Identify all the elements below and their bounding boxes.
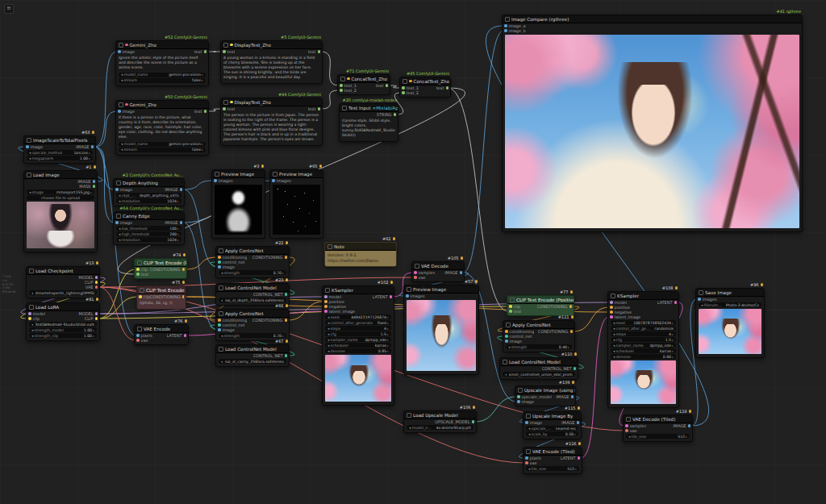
node-collapse-icon[interactable]	[407, 413, 411, 418]
input-slot-image[interactable]: image	[115, 187, 132, 192]
output-slot-IMAGE[interactable]: IMAGE	[165, 220, 182, 225]
widget-model_name[interactable]: ◂ model_name4x-AnimeSharp.pth▸	[407, 425, 473, 430]
output-slot-IMAGE[interactable]: IMAGE	[444, 270, 462, 275]
node-header[interactable]: KSampler	[608, 292, 678, 300]
node-header[interactable]: Preview Image	[270, 170, 323, 178]
node-header[interactable]: Load Image	[24, 171, 97, 179]
node-header[interactable]: VAE Encode (Tiled)	[524, 448, 582, 456]
node-collapse-icon[interactable]	[219, 285, 223, 290]
node-collapse-icon[interactable]	[506, 323, 511, 327]
widget-seed[interactable]: ◂ seed448422197126874▸	[325, 314, 391, 319]
node-header[interactable]: Load Upscale Model	[404, 411, 476, 419]
node-header[interactable]: Save Image	[696, 289, 764, 297]
node-collapse-icon[interactable]	[137, 260, 142, 265]
widget-value[interactable]: ◂sai_xl_depth_256lora.safetensors▸	[219, 298, 286, 302]
node-header[interactable]: Preview Image	[212, 170, 265, 178]
node-concat-text-45[interactable]: #45 ComfyUI-GeminiConcatText_Zhotext_1te…	[399, 77, 451, 98]
output-slot-CLIP[interactable]: CLIP	[85, 316, 98, 321]
widget-model_name[interactable]: ◂ model_namegemini-pro-vision▸	[119, 142, 206, 147]
node-header[interactable]: VAE Encode	[135, 325, 188, 333]
node-collapse-icon[interactable]	[137, 327, 142, 331]
node-ksampler-108[interactable]: #108KSamplermodelLATENTpositivenegativel…	[607, 291, 679, 408]
node-load-controlnet-67[interactable]: #67Load ControlNet ModelCONTROL_NET◂sai_…	[215, 344, 290, 367]
node-header[interactable]: Note	[325, 243, 396, 251]
input-slot-image[interactable]: image	[525, 420, 542, 425]
widget-button[interactable]: choose file to upload	[27, 195, 94, 200]
widget-cfg[interactable]: ◂ cfg1.5▸	[611, 337, 676, 342]
node-collapse-icon[interactable]	[219, 347, 223, 352]
output-slot-CONDITIONING[interactable]: CONDITIONING	[252, 318, 287, 323]
widget-steps[interactable]: ◂ steps4▸	[325, 326, 391, 331]
output-slot-text[interactable]: text	[308, 106, 320, 111]
node-header[interactable]: CLIP Text Encode (Prompt)	[137, 286, 186, 294]
node-header[interactable]: Load ControlNet Model	[216, 284, 289, 292]
node-collapse-icon[interactable]	[116, 181, 121, 185]
node-header[interactable]: Load Checkpoint	[27, 267, 99, 275]
node-clip-text-positive-74[interactable]: #74CLIP Text Encode (Prompt)clipCONDITIO…	[134, 258, 187, 279]
node-canny-edge-64[interactable]: #64 ComfyUI's ControlNet Au...Canny Edge…	[113, 211, 185, 245]
node-gemini-50[interactable]: #50 ComfyUI-GeminiGemini_ZhoimagetextIf …	[115, 100, 209, 156]
node-collapse-icon[interactable]	[407, 287, 411, 292]
output-slot-STRING[interactable]: STRING	[377, 112, 396, 117]
node-clip-text-positive-77[interactable]: #77CLIP Text Encode (Positive Prompt)cli…	[507, 295, 574, 316]
node-header[interactable]: VAE Decode	[412, 262, 464, 270]
node-display-text-44[interactable]: #44 ComfyUI-GeminiDisplayText_Zhotexttex…	[220, 98, 323, 146]
node-depth-anything-2[interactable]: #2 ComfyUI's ControlNet Au...Depth Anyth…	[113, 178, 185, 206]
widget-control_after_generate[interactable]: ◂ control_after_generaterandomize▸	[611, 326, 676, 331]
input-slot-image[interactable]: image	[115, 220, 132, 225]
widget-high_threshold[interactable]: ◂ high_threshold200▸	[116, 231, 181, 236]
widget-strength_clip[interactable]: ◂ strength_clip1.00▸	[29, 333, 97, 338]
node-ksampler-102[interactable]: #102KSamplermodelLATENTpositivenegativel…	[322, 285, 394, 406]
node-collapse-icon[interactable]	[518, 388, 523, 393]
node-header[interactable]: CLIP Text Encode (Prompt)	[135, 259, 186, 267]
input-slot-clip[interactable]: clip	[139, 294, 150, 299]
node-load-upscale-model-106[interactable]: #106Load Upscale ModelUPSCALE_MODEL◂ mod…	[403, 410, 477, 433]
node-header[interactable]: ImageScaleToTotalPixels	[24, 136, 95, 144]
node-text-input-20[interactable]: #20 comfyui-mixlab-nodesText Input∞Mixla…	[339, 103, 398, 142]
node-load-lora-81[interactable]: #81Load LoRAmodelMODELclipCLIP◂StdGBRedm…	[26, 302, 100, 341]
node-preview-image-57[interactable]: #57Preview Imageimages	[403, 285, 479, 375]
node-header[interactable]: Load ControlNet Model	[216, 345, 289, 353]
input-slot-latent_image[interactable]: latent_image	[324, 309, 355, 314]
node-preview-image-3[interactable]: #3Preview Imageimages	[211, 169, 265, 239]
input-slot-images[interactable]: images	[214, 178, 233, 183]
output-slot-text[interactable]: text	[376, 83, 388, 88]
node-header[interactable]: Apply ControlNet	[216, 247, 289, 255]
node-vae-decode-tiled-119[interactable]: #119VAE Decode (Tiled)samplesIMAGEvae◂ t…	[623, 414, 693, 442]
node-header[interactable]: Load LoRA	[27, 303, 99, 311]
app-menu-icon[interactable]: ≡	[4, 4, 14, 14]
widget-value[interactable]: ◂xinsir_controlnet_union_sdxl_promax.saf…	[503, 372, 575, 377]
node-header[interactable]: Canny Edge	[114, 212, 184, 220]
node-upscale-image-by-115[interactable]: #115Upscale Image ByimageIMAGE◂ upscale_…	[523, 411, 582, 439]
node-note-62[interactable]: #62Notedenoise: 0.9-1https://twitter.com…	[324, 242, 397, 267]
output-slot-LATENT[interactable]: LATENT	[657, 300, 677, 305]
node-collapse-icon[interactable]	[526, 449, 531, 454]
node-apply-controlnet-66[interactable]: #66Apply ControlNetconditioningCONDITION…	[215, 309, 290, 341]
input-slot-vae[interactable]: vae	[625, 428, 637, 433]
node-collapse-icon[interactable]	[273, 172, 277, 177]
input-slot-image[interactable]: image	[517, 399, 534, 404]
output-slot-CONDITIONING[interactable]: CONDITIONING	[538, 329, 573, 334]
node-load-controlnet-23[interactable]: #23Load ControlNet ModelCONTROL_NET◂sai_…	[215, 283, 290, 306]
output-slot-CONDITIONING[interactable]: CONDITIONING	[150, 294, 184, 299]
widget-strength[interactable]: ◂ strength0.40▸	[506, 344, 572, 349]
node-collapse-icon[interactable]	[219, 311, 223, 316]
widget-sampler_name[interactable]: ◂ sampler_namedpmpp_sde▸	[611, 343, 676, 348]
widget-megapixels[interactable]: ◂ megapixels1.00▸	[27, 156, 93, 160]
widget-strength[interactable]: ◂ strength0.70▸	[219, 333, 286, 338]
node-header[interactable]: Preview Image	[404, 285, 478, 294]
output-slot-text[interactable]: text	[308, 49, 320, 54]
widget-resolution[interactable]: ◂ resolution1024▸	[116, 198, 181, 203]
node-collapse-icon[interactable]	[403, 79, 407, 84]
node-collapse-icon[interactable]	[27, 173, 31, 177]
input-slot-text[interactable]: text	[223, 49, 235, 54]
node-image-compare-41[interactable]: #41 rgthreeImage Compare (rgthree)image_…	[502, 15, 803, 232]
node-header[interactable]: DisplayText_Zho	[221, 41, 322, 49]
node-collapse-icon[interactable]	[29, 269, 34, 273]
node-collapse-icon[interactable]	[526, 414, 531, 419]
widget-model_name[interactable]: ◂ model_namegemini-pro-vision▸	[119, 73, 206, 77]
node-collapse-icon[interactable]	[626, 417, 631, 422]
node-clip-text-negative-75[interactable]: #75CLIP Text Encode (Prompt)clipCONDITIO…	[136, 285, 186, 310]
node-concat-text-71[interactable]: #71 ComfyUI-GeminiConcatText_Zhotext_1te…	[337, 74, 390, 95]
widget-control_after_generate[interactable]: ◂ control_after_generatefixed▸	[325, 320, 391, 325]
